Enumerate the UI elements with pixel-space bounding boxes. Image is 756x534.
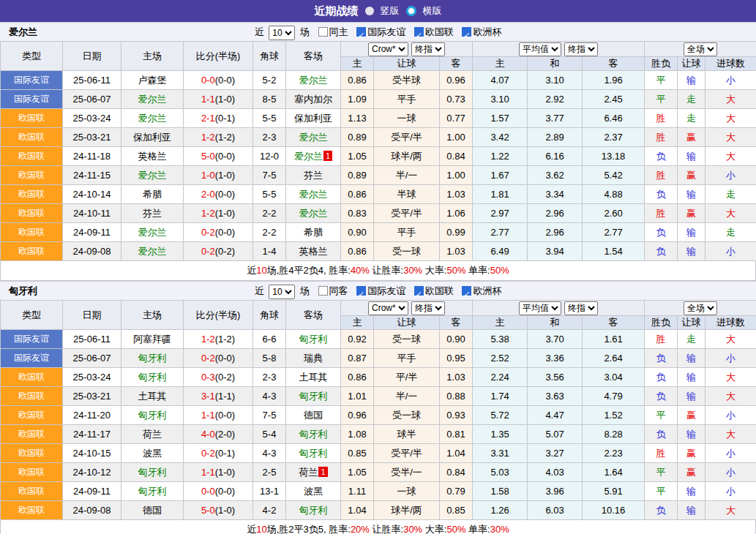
col-goals: 进球数 — [706, 316, 756, 330]
avg-away-cell: 2.37 — [583, 128, 645, 147]
games-label: 场 — [300, 285, 310, 296]
col-avg-away: 客 — [583, 316, 645, 330]
league-type-cell: 国际友谊 — [1, 90, 63, 109]
avg-away-cell: 1.54 — [583, 242, 645, 261]
home-team-cell: 匈牙利 — [121, 482, 184, 501]
date-cell: 25-06-07 — [63, 349, 121, 368]
same-venue-checkbox[interactable] — [318, 27, 328, 37]
team-name: 爱尔兰 — [9, 23, 37, 42]
odds-home-cell: 1.08 — [341, 425, 374, 444]
results-table-hungary: 类型 日期 主场 比分(半场) 角球 客场 Crow*终指 平均值终指 全场 主… — [0, 300, 756, 520]
corners-cell: 13-1 — [253, 482, 286, 501]
match-row: 欧国联25-03-24爱尔兰2-1(0-1)5-5保加利亚1.13一球0.771… — [1, 109, 756, 128]
away-team-cell: 瑞典 — [286, 349, 341, 368]
summary-segment: 30% — [403, 524, 422, 534]
horizontal-view-radio[interactable] — [406, 6, 416, 16]
handicap-cell: 平手 — [374, 90, 440, 109]
nations-league-checkbox[interactable] — [414, 286, 424, 296]
summary-segment: 10 — [256, 524, 266, 534]
score-cell: 1-2(1-2) — [184, 330, 253, 349]
near-label: 近 — [255, 26, 264, 37]
summary-segment: 50% — [446, 265, 465, 276]
average-stage-select[interactable]: 终指 — [564, 42, 598, 56]
league-type-cell: 欧国联 — [1, 204, 63, 223]
scope-group-header: 全场 — [645, 301, 756, 316]
scope-select[interactable]: 全场 — [684, 42, 717, 56]
avg-away-cell: 1.52 — [583, 406, 645, 425]
home-team-cell: 爱尔兰 — [121, 90, 184, 109]
handicap-result-cell: 赢 — [678, 128, 706, 147]
average-group-header: 平均值终指 — [473, 301, 645, 316]
match-row: 欧国联24-11-15爱尔兰1-0(1-0)7-5芬兰0.89半/一1.001.… — [1, 166, 756, 185]
friendly-checkbox[interactable] — [356, 286, 366, 296]
odds-home-cell: 0.87 — [341, 349, 374, 368]
handicap-result-cell: 赢 — [678, 444, 706, 463]
odds-away-cell: 1.03 — [440, 368, 473, 387]
average-group-header: 平均值终指 — [473, 42, 645, 57]
avg-draw-cell: 3.96 — [528, 482, 583, 501]
avg-away-cell: 3.04 — [583, 368, 645, 387]
summary-segment: 让胜率: — [370, 524, 403, 534]
handicap-cell: 平/半 — [374, 368, 440, 387]
corners-cell: 4-2 — [253, 501, 286, 520]
home-team-cell: 爱尔兰 — [121, 166, 184, 185]
corners-cell: 4-3 — [253, 444, 286, 463]
odds-home-cell: 1.04 — [341, 501, 374, 520]
avg-draw-cell: 6.03 — [528, 501, 583, 520]
away-team-cell: 英格兰 — [286, 242, 341, 261]
bookmaker-select[interactable]: Crow* — [368, 301, 408, 315]
avg-home-cell: 6.49 — [473, 242, 528, 261]
col-type: 类型 — [1, 301, 63, 330]
summary-segment: 场,胜2平3负5, 胜率: — [267, 524, 351, 534]
average-stage-select[interactable]: 终指 — [564, 301, 598, 315]
odds-away-cell: 0.96 — [440, 71, 473, 90]
goals-cell: 小 — [706, 242, 756, 261]
home-team-cell: 土耳其 — [121, 387, 184, 406]
scope-select[interactable]: 全场 — [684, 301, 717, 315]
odds-home-cell: 0.85 — [341, 444, 374, 463]
match-row: 欧国联24-09-08爱尔兰0-2(0-2)1-4英格兰0.86受一球1.036… — [1, 242, 756, 261]
home-team-cell: 匈牙利 — [121, 406, 184, 425]
summary-segment: 30% — [490, 524, 509, 534]
handicap-result-cell: 输 — [678, 368, 706, 387]
score-cell: 0-0(0-0) — [184, 482, 253, 501]
nations-league-checkbox[interactable] — [414, 27, 424, 37]
date-cell: 25-03-21 — [63, 387, 121, 406]
recent-count-select[interactable]: 10 — [269, 26, 295, 40]
vertical-view-radio[interactable] — [365, 7, 374, 15]
bookmaker-select[interactable]: Crow* — [368, 42, 408, 56]
league-type-cell: 欧国联 — [1, 444, 63, 463]
score-cell: 1-2(1-0) — [184, 204, 253, 223]
recent-count-select[interactable]: 10 — [269, 285, 295, 299]
home-team-cell: 德国 — [121, 501, 184, 520]
avg-home-cell: 1.35 — [473, 425, 528, 444]
euro-checkbox[interactable] — [462, 286, 471, 296]
avg-draw-cell: 2.96 — [528, 204, 583, 223]
away-team-cell: 荷兰1 — [286, 463, 341, 482]
summary-segment: 单率: — [465, 524, 490, 534]
summary-segment: 50% — [446, 524, 465, 534]
handicap-cell: 受一球 — [374, 406, 440, 425]
avg-away-cell: 10.16 — [583, 501, 645, 520]
friendly-checkbox[interactable] — [356, 27, 366, 37]
home-team-cell: 匈牙利 — [121, 463, 184, 482]
match-row: 欧国联24-09-11爱尔兰0-2(0-0)2-2希腊0.90平手0.992.7… — [1, 223, 756, 242]
goals-cell: 小 — [706, 482, 756, 501]
vertical-view-label[interactable]: 竖版 — [381, 4, 400, 18]
avg-draw-cell: 4.03 — [528, 463, 583, 482]
avg-away-cell: 1.96 — [583, 71, 645, 90]
col-score: 比分(半场) — [184, 301, 253, 330]
summary-segment: 大率: — [422, 524, 446, 534]
col-away: 客场 — [286, 42, 341, 71]
average-select[interactable]: 平均值 — [519, 301, 561, 315]
average-select[interactable]: 平均值 — [519, 42, 561, 56]
score-cell: 2-0(0-0) — [184, 185, 253, 204]
summary-segment: 20% — [351, 524, 370, 534]
horizontal-view-label[interactable]: 横版 — [423, 4, 442, 18]
date-cell: 25-03-24 — [63, 109, 121, 128]
home-team-cell: 爱尔兰 — [121, 242, 184, 261]
euro-checkbox[interactable] — [462, 27, 471, 37]
col-date: 日期 — [63, 42, 121, 71]
handicap-result-cell: 走 — [678, 90, 706, 109]
same-venue-checkbox[interactable] — [318, 286, 328, 296]
